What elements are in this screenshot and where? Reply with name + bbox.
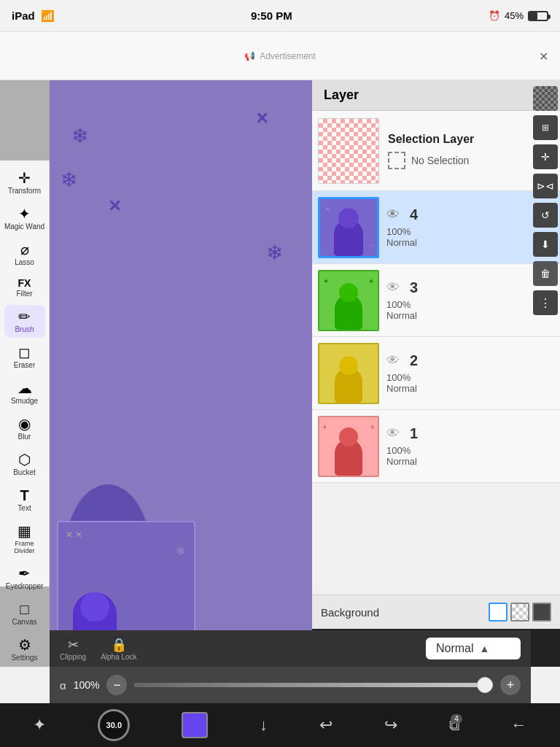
layer-4-visibility[interactable]: 👁: [386, 207, 400, 222]
layer-1-visibility[interactable]: 👁: [386, 426, 400, 441]
checkerboard-tool[interactable]: [533, 86, 558, 111]
tool-smudge[interactable]: ☁ Smudge: [4, 376, 45, 409]
layer-2-visibility[interactable]: 👁: [386, 353, 400, 368]
layer-4-blend: Normal: [386, 237, 554, 248]
cross-1: ✕: [255, 109, 268, 128]
tool-bucket[interactable]: ⬡ Bucket: [4, 448, 45, 481]
selection-layer-thumb: [318, 118, 379, 184]
right-tool-panel: ⊞ ✛ ⊳⊲ ↺ ⬇ 🗑 ⋮: [531, 80, 560, 667]
bg-white-swatch[interactable]: [489, 603, 508, 622]
color-swatch-nav[interactable]: [182, 712, 208, 738]
nav-redo-button[interactable]: ↪: [384, 716, 397, 735]
canvas-icon: □: [20, 602, 28, 616]
layer-3-opacity: 100%: [386, 299, 554, 310]
background-row: Background: [312, 595, 560, 629]
no-selection-text: No Selection: [411, 155, 469, 166]
layer-panel-title: Layer: [324, 88, 359, 102]
opacity-slider-fill: [134, 683, 493, 687]
blur-label: Blur: [18, 433, 31, 441]
opacity-plus-button[interactable]: +: [500, 675, 521, 695]
tool-frame-divider[interactable]: ▦ Frame Divider: [4, 519, 45, 559]
no-selection-row: No Selection: [388, 152, 554, 169]
layer-4-thumb: ✦ ✕: [318, 197, 379, 258]
tool-eyedropper[interactable]: ✒ Eyedropper: [4, 562, 45, 595]
battery-icon: [528, 11, 548, 21]
eraser-label: Eraser: [14, 361, 35, 369]
trash-tool[interactable]: 🗑: [533, 261, 558, 286]
selection-layer-title: Selection Layer: [388, 133, 554, 146]
bucket-label: Bucket: [13, 468, 36, 476]
opacity-minus-button[interactable]: −: [106, 675, 127, 695]
blend-mode-selector[interactable]: Normal ▲: [426, 638, 521, 659]
layer-3-thumb: ✦ ✦: [318, 270, 379, 331]
nav-back-button[interactable]: ←: [511, 716, 527, 735]
nav-down-button[interactable]: ↓: [260, 716, 268, 735]
battery-percent: 45%: [505, 10, 524, 21]
layer-panel-container: Layer Selection Layer No Selection ✦ ✕ 👁: [312, 80, 560, 667]
status-time: 9:50 PM: [251, 9, 292, 22]
background-label: Background: [321, 606, 481, 619]
bg-transparent-swatch[interactable]: [510, 603, 529, 622]
blur-icon: ◉: [18, 417, 31, 431]
filter-icon: FX: [18, 278, 31, 288]
nav-selector-button[interactable]: ✦: [33, 716, 46, 735]
status-bar: iPad 📶 9:50 PM ⏰ 45%: [0, 0, 560, 32]
move-tool[interactable]: ✛: [533, 144, 558, 169]
transform-label: Transform: [8, 187, 41, 195]
eraser-icon: ◻: [18, 345, 31, 360]
blend-mode-text: Normal: [436, 642, 474, 655]
text-label: Text: [18, 504, 31, 512]
layer-4-number: 4: [410, 206, 418, 223]
eyedropper-label: Eyedropper: [6, 582, 44, 590]
rotate-tool[interactable]: ↺: [533, 203, 558, 228]
layer-1-blend: Normal: [386, 456, 554, 467]
opacity-slider-knob[interactable]: [477, 677, 493, 693]
lasso-label: Lasso: [15, 258, 34, 266]
nav-undo-button[interactable]: ↩: [319, 716, 332, 735]
tool-text[interactable]: T Text: [4, 484, 45, 516]
tool-filter[interactable]: FX Filter: [4, 274, 45, 302]
magic-wand-icon: ✦: [18, 206, 31, 221]
clipping-button[interactable]: ✂ Clipping: [60, 637, 86, 661]
nav-layers-button[interactable]: ⧉ 4: [449, 717, 459, 734]
more-options-button[interactable]: ⋮: [533, 290, 558, 315]
layer-row-2[interactable]: 👁 2 100% Normal: [312, 337, 560, 410]
layer-row-3[interactable]: ✦ ✦ 👁 3 100% Normal: [312, 264, 560, 337]
layer-2-blend: Normal: [386, 383, 554, 394]
layer-3-visibility[interactable]: 👁: [386, 280, 400, 295]
grid-tool[interactable]: ⊞: [533, 115, 558, 140]
smudge-icon: ☁: [18, 381, 32, 395]
clipping-label: Clipping: [60, 653, 86, 661]
opacity-alpha-symbol: α: [60, 679, 66, 692]
cross-2: ✕: [108, 197, 121, 216]
tool-canvas[interactable]: □ Canvas: [4, 597, 45, 630]
no-selection-box: [388, 152, 405, 169]
tool-blur[interactable]: ◉ Blur: [4, 412, 45, 445]
layer-row-1[interactable]: ♦ ♦ 👁 1 100% Normal: [312, 410, 560, 483]
alarm-icon: ⏰: [489, 10, 500, 21]
snowflake-3: ❄: [266, 241, 283, 265]
tool-magic-wand[interactable]: ✦ Magic Wand: [4, 202, 45, 235]
brush-size-button[interactable]: 30.0: [98, 709, 130, 741]
flip-tool[interactable]: ⊳⊲: [533, 174, 558, 198]
tool-transform[interactable]: ✛ Transform: [4, 166, 45, 199]
tool-settings[interactable]: ⚙ Settings: [4, 633, 45, 666]
tool-lasso[interactable]: ⌀ Lasso: [4, 238, 45, 271]
filter-label: Filter: [16, 290, 32, 298]
selection-layer-row[interactable]: Selection Layer No Selection: [312, 111, 560, 191]
layer-3-blend: Normal: [386, 310, 554, 321]
snowflake-1: ❄: [71, 124, 88, 148]
alpha-lock-button[interactable]: 🔒 Alpha Lock: [101, 637, 136, 661]
tool-eraser[interactable]: ◻ Eraser: [4, 341, 45, 374]
tool-brush[interactable]: ✏ Brush: [4, 305, 45, 338]
ad-close-button[interactable]: ✕: [539, 49, 548, 63]
layer-1-thumb: ♦ ♦: [318, 416, 379, 477]
layer-count-badge: 4: [451, 714, 462, 724]
layer-row-4[interactable]: ✦ ✕ 👁 4 100% Normal: [312, 191, 560, 264]
alpha-lock-icon: 🔒: [111, 637, 127, 653]
transform-icon: ✛: [18, 171, 31, 185]
layer-3-number: 3: [410, 279, 418, 296]
settings-icon: ⚙: [18, 638, 31, 652]
opacity-slider[interactable]: [134, 683, 493, 687]
fit-tool[interactable]: ⬇: [533, 232, 558, 257]
